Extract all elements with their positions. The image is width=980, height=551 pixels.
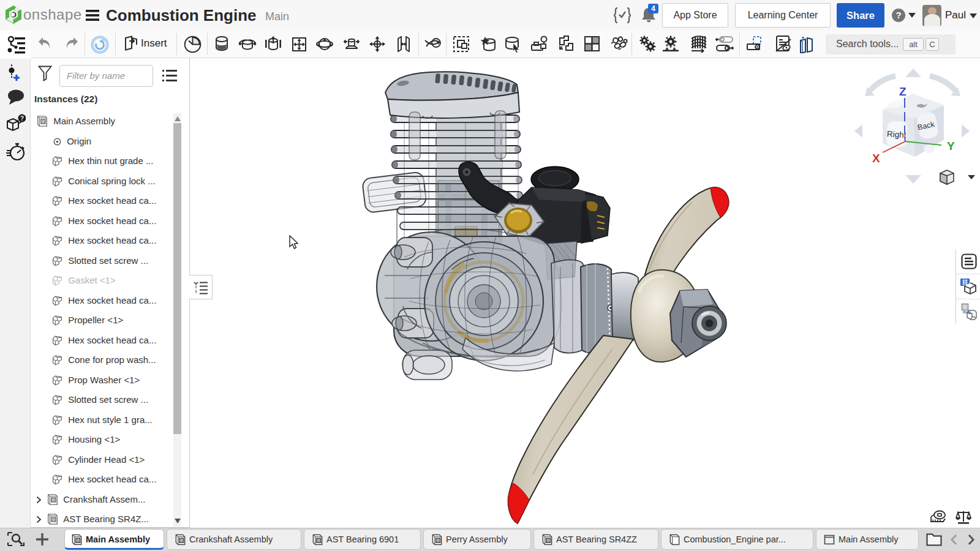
svg-text:Z: Z <box>899 85 907 98</box>
svg-text:Right: Right <box>887 129 907 140</box>
svg-text:Y: Y <box>947 140 955 152</box>
svg-text:X: X <box>872 152 880 165</box>
svg-text:?: ? <box>895 10 901 20</box>
svg-text:?: ? <box>20 115 24 122</box>
